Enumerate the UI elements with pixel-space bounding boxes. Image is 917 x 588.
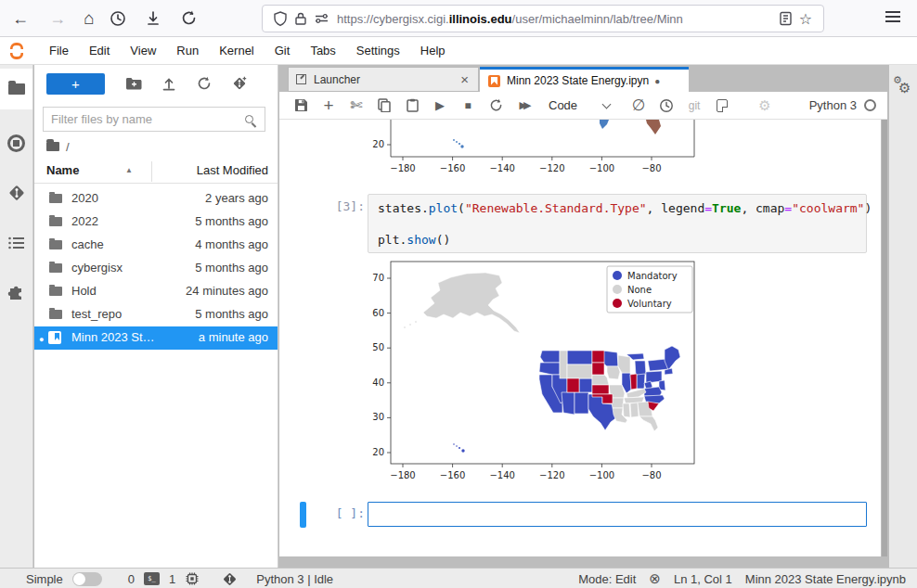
file-row-test-repo[interactable]: test_repo 5 months ago bbox=[34, 303, 278, 326]
folder-icon bbox=[49, 310, 62, 319]
sidebar-tab-running[interactable] bbox=[0, 122, 32, 163]
refresh-icon[interactable] bbox=[187, 72, 222, 95]
menu-help[interactable]: Help bbox=[410, 37, 456, 65]
downloads-icon[interactable] bbox=[145, 10, 161, 27]
column-last-modified[interactable]: Last Modified bbox=[197, 163, 268, 177]
new-launcher-button[interactable]: + bbox=[46, 73, 105, 95]
restart-run-all-icon[interactable]: ▶▶ bbox=[510, 94, 537, 118]
address-bar[interactable]: https://cybergisx.cigi.illinois.edu/user… bbox=[262, 5, 824, 32]
tracking-shield-icon[interactable] bbox=[270, 8, 291, 29]
run-cell-icon[interactable]: ▶ bbox=[426, 94, 454, 118]
tab-notebook[interactable]: Minn 2023 State Energy.ipyn ● bbox=[480, 67, 689, 92]
filter-files-field[interactable] bbox=[43, 107, 265, 132]
save-icon[interactable] bbox=[287, 94, 315, 118]
code-cell-editor[interactable]: states.plot("Renewable.Standard.Type", l… bbox=[368, 194, 867, 253]
svg-text:Voluntary: Voluntary bbox=[627, 299, 672, 309]
previous-output-figure: 20 −180 −160 −140 −120 −100 −80 bbox=[369, 120, 699, 179]
tab-bar: Launcher × Minn 2023 State Energy.ipyn ● bbox=[279, 67, 887, 92]
sort-asc-icon[interactable]: ▲ bbox=[125, 166, 133, 174]
file-name: Minn 2023 St… bbox=[71, 330, 155, 344]
copy-cells-icon[interactable] bbox=[370, 94, 398, 118]
paste-cells-icon[interactable] bbox=[398, 94, 426, 118]
sidebar-tab-files[interactable] bbox=[0, 69, 32, 109]
svg-text:70: 70 bbox=[372, 273, 384, 283]
command-mode-indicator[interactable]: Mode: Edit bbox=[578, 572, 636, 586]
sidebar-tab-extensions[interactable] bbox=[0, 271, 32, 312]
file-row-cybergisx[interactable]: cybergisx 5 months ago bbox=[34, 257, 278, 280]
breadcrumb-root[interactable]: / bbox=[66, 140, 70, 154]
kernel-session-icon[interactable]: ∅ bbox=[625, 94, 652, 118]
column-name[interactable]: Name bbox=[46, 163, 79, 177]
forward-icon[interactable]: → bbox=[45, 0, 71, 37]
menu-edit[interactable]: Edit bbox=[79, 37, 120, 65]
reader-mode-icon[interactable] bbox=[775, 8, 795, 29]
menu-settings[interactable]: Settings bbox=[346, 37, 410, 65]
chip-icon[interactable] bbox=[185, 571, 200, 586]
kernel-status-icon[interactable] bbox=[864, 99, 876, 111]
breadcrumb-folder-icon[interactable] bbox=[46, 142, 59, 151]
list-icon bbox=[8, 236, 25, 249]
cut-cells-icon[interactable]: ✄ bbox=[342, 94, 370, 118]
git-clone-icon[interactable] bbox=[222, 72, 257, 95]
notebook-toolbar: + ✄ ▶ ■ ▶▶ Code ∅ bbox=[279, 92, 887, 120]
unsaved-dot-icon[interactable]: ● bbox=[654, 76, 660, 86]
restart-kernel-icon[interactable] bbox=[482, 94, 510, 118]
git-toolbar-label[interactable]: git bbox=[680, 94, 708, 118]
status-bar: Simple 0 $_ 1 Python 3 | Idle Mode: Edit… bbox=[0, 568, 917, 588]
browser-window: ← → ⌂ https://cybergisx.cigi.illinois.ed… bbox=[0, 0, 917, 588]
kernel-status-text[interactable]: Python 3 | Idle bbox=[256, 572, 333, 586]
file-row-2020[interactable]: 2020 2 years ago bbox=[34, 187, 278, 211]
tab-launcher[interactable]: Launcher × bbox=[288, 67, 479, 92]
empty-cell-editor[interactable] bbox=[368, 502, 867, 527]
file-modified: a minute ago bbox=[199, 330, 268, 344]
menu-git[interactable]: Git bbox=[265, 37, 301, 65]
close-icon[interactable]: × bbox=[460, 71, 469, 87]
stop-kernel-icon[interactable]: ■ bbox=[454, 94, 482, 118]
home-icon[interactable]: ⌂ bbox=[76, 0, 102, 37]
permissions-icon[interactable] bbox=[311, 8, 331, 29]
terminals-count[interactable]: 0 bbox=[128, 572, 135, 586]
svg-text:−80: −80 bbox=[641, 163, 661, 173]
svg-text:50: 50 bbox=[372, 342, 384, 352]
file-row-minn-notebook[interactable]: ● Minn 2023 St… a minute ago bbox=[34, 326, 278, 350]
upload-icon[interactable] bbox=[151, 72, 187, 95]
execution-time-icon[interactable] bbox=[652, 94, 680, 118]
property-inspector-gears-icon[interactable]: ⚙⚙ bbox=[893, 76, 915, 98]
breadcrumb[interactable]: / bbox=[46, 139, 70, 154]
tab-label: Minn 2023 State Energy.ipyn bbox=[507, 74, 649, 87]
cell-type-select[interactable]: Code bbox=[549, 98, 610, 112]
svg-text:−180: −180 bbox=[390, 163, 415, 173]
menu-file[interactable]: File bbox=[39, 37, 79, 65]
menu-run[interactable]: Run bbox=[166, 37, 209, 65]
file-row-cache[interactable]: cache 4 months ago bbox=[34, 234, 278, 257]
terminal-icon[interactable]: $_ bbox=[144, 572, 160, 585]
bookmark-star-icon[interactable]: ☆ bbox=[795, 8, 816, 29]
new-folder-icon[interactable] bbox=[116, 72, 151, 95]
browser-menu-icon[interactable] bbox=[882, 8, 904, 29]
jupyterlab-menubar: File Edit View Run Kernel Git Tabs Setti… bbox=[0, 37, 917, 65]
file-row-hold[interactable]: Hold 24 minutes ago bbox=[34, 280, 278, 303]
notebook-diff-icon[interactable] bbox=[708, 94, 736, 118]
cursor-position[interactable]: Ln 1, Col 1 bbox=[674, 572, 732, 586]
filter-files-input[interactable] bbox=[44, 112, 245, 126]
notebook-scrollbar[interactable] bbox=[882, 120, 887, 556]
menu-view[interactable]: View bbox=[120, 37, 166, 65]
url-text[interactable]: https://cybergisx.cigi.illinois.edu/user… bbox=[337, 12, 775, 26]
reload-icon[interactable] bbox=[180, 9, 198, 27]
menu-tabs[interactable]: Tabs bbox=[300, 37, 345, 65]
choropleth-output-figure: 70 60 50 40 30 20 −180 −160 −140 −120 −1… bbox=[369, 257, 699, 491]
back-icon[interactable]: ← bbox=[7, 0, 33, 37]
notebook-content[interactable]: 20 −180 −160 −140 −120 −100 −80 bbox=[279, 120, 881, 556]
trust-icon[interactable]: ⊗ bbox=[649, 570, 661, 587]
git-status-icon[interactable] bbox=[222, 571, 238, 587]
sidebar-tab-git[interactable] bbox=[0, 173, 32, 213]
simple-mode-toggle[interactable] bbox=[72, 572, 102, 586]
add-cell-icon[interactable]: + bbox=[315, 94, 342, 118]
file-row-2022[interactable]: 2022 5 months ago bbox=[34, 211, 278, 234]
sidebar-tab-toc[interactable] bbox=[0, 223, 32, 263]
menu-kernel[interactable]: Kernel bbox=[209, 37, 265, 65]
history-icon[interactable] bbox=[110, 10, 126, 27]
kernel-name[interactable]: Python 3 bbox=[809, 98, 857, 112]
lock-icon[interactable] bbox=[291, 8, 311, 29]
kernels-count[interactable]: 1 bbox=[169, 572, 175, 586]
